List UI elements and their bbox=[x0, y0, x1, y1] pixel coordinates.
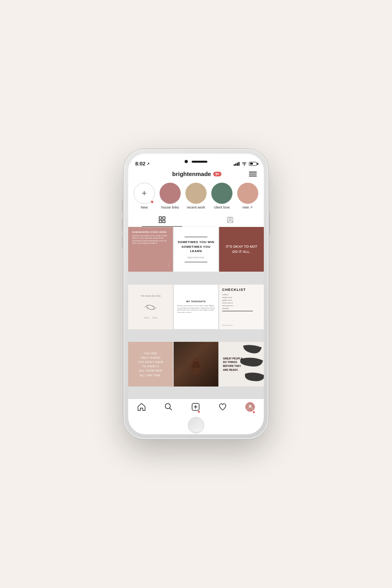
ig-header: brightenmade 9+ bbox=[128, 168, 264, 180]
svg-rect-3 bbox=[159, 220, 162, 223]
cell7-text: YOU AREONLY HUMANYOU DON'T HAVETO HAVE I… bbox=[138, 351, 163, 377]
photo-grid: SUBHEADING GOES HERE Dictumst amet preti… bbox=[128, 227, 264, 399]
notch-camera bbox=[185, 160, 188, 163]
grid-cell-6[interactable]: CHECKLIST schedule weekly review quality… bbox=[219, 285, 264, 329]
hamburger-menu-button[interactable] bbox=[249, 172, 257, 176]
grid-cell-3[interactable]: IT'S OKAY TO NOT DO IT ALL. bbox=[219, 227, 264, 272]
cell5-title: MY THOUGHTS bbox=[177, 300, 215, 303]
svg-point-11 bbox=[249, 405, 251, 407]
story-label-new: New bbox=[141, 205, 148, 209]
home-button[interactable] bbox=[188, 417, 204, 433]
cell9-text: GREAT PEOPLEDO THINGSBEFORE THEYARE READ… bbox=[223, 357, 243, 372]
story-label-new2: new ↗ bbox=[242, 205, 253, 209]
story-item-client-love[interactable]: client love bbox=[211, 183, 232, 209]
nav-add-button[interactable] bbox=[191, 403, 200, 411]
grid-cell-4[interactable]: THE HEADLINE HERE Subtitle Subtitle bbox=[128, 285, 173, 329]
svg-rect-1 bbox=[159, 217, 162, 219]
cell6-item-2: weekly review bbox=[222, 296, 261, 298]
phone-outer: 8:02 ↗ bbox=[123, 149, 269, 439]
grid-cell-9[interactable]: GREAT PEOPLEDO THINGSBEFORE THEYARE READ… bbox=[219, 342, 264, 387]
stories-row: + New house links recent work client lov… bbox=[128, 180, 264, 213]
cell2-brand: #BRANDNAME bbox=[187, 256, 205, 259]
story-label-house-links: house links bbox=[161, 205, 179, 209]
grid-cell-1[interactable]: SUBHEADING GOES HERE Dictumst amet preti… bbox=[128, 227, 173, 272]
cell6-item-4: choose and set bbox=[222, 302, 261, 304]
bottom-nav bbox=[128, 399, 264, 416]
username-text: brightenmade bbox=[172, 171, 211, 177]
cell5-text: Dictumst amet pretium urna in tempus mat… bbox=[177, 305, 215, 313]
cell4-subtitle-right: Subtitle bbox=[152, 317, 157, 319]
status-time: 8:02 ↗ bbox=[135, 161, 150, 167]
tab-grid[interactable] bbox=[128, 213, 196, 227]
phone-inner: 8:02 ↗ bbox=[128, 154, 264, 434]
cell6-title: CHECKLIST bbox=[222, 288, 261, 292]
ig-username-area: brightenmade 9+ bbox=[172, 171, 221, 177]
nav-heart-button[interactable] bbox=[218, 403, 227, 411]
grid-cell-7[interactable]: YOU AREONLY HUMANYOU DON'T HAVETO HAVE I… bbox=[128, 342, 173, 387]
grid-cell-8[interactable] bbox=[174, 342, 218, 387]
nav-home-button[interactable] bbox=[137, 403, 146, 411]
story-item-house-links[interactable]: house links bbox=[160, 183, 181, 209]
cell1-text: Dictumst amet pretium urna in tempus mat… bbox=[132, 235, 169, 245]
tab-bar bbox=[128, 213, 264, 227]
cell6-item-1: schedule bbox=[222, 294, 261, 296]
cell1-heading: SUBHEADING GOES HERE bbox=[132, 231, 169, 233]
cell4-headline: THE HEADLINE HERE bbox=[140, 295, 161, 297]
story-item-recent-work[interactable]: recent work bbox=[185, 183, 207, 209]
wifi-icon bbox=[241, 162, 247, 166]
notch-speaker bbox=[192, 161, 207, 163]
cell2-quote: SOMETIMES YOU WIN SOMETIMES YOU LEARN bbox=[177, 240, 215, 253]
cell6-brand: #brandname bbox=[222, 324, 261, 326]
story-dot bbox=[151, 200, 154, 203]
status-icons bbox=[234, 162, 257, 166]
add-dot bbox=[198, 411, 200, 413]
story-label-recent-work: recent work bbox=[187, 205, 205, 209]
tab-profile[interactable] bbox=[196, 213, 264, 227]
profile-dot bbox=[253, 411, 255, 413]
notification-badge: 9+ bbox=[213, 172, 221, 176]
nav-profile-button[interactable] bbox=[245, 402, 255, 412]
nav-search-button[interactable] bbox=[164, 403, 173, 411]
svg-rect-2 bbox=[163, 217, 165, 219]
cell3-text: IT'S OKAY TO NOT DO IT ALL. bbox=[224, 244, 259, 255]
battery-icon bbox=[249, 162, 257, 166]
story-item-new2[interactable]: new ↗ bbox=[237, 183, 258, 209]
svg-rect-4 bbox=[163, 220, 165, 223]
story-label-client-love: client love bbox=[214, 205, 230, 209]
svg-point-6 bbox=[229, 218, 231, 220]
grid-cell-5[interactable]: MY THOUGHTS Dictumst amet pretium urna i… bbox=[174, 285, 218, 329]
cell4-subtitle-left: Subtitle bbox=[144, 317, 149, 319]
phone-notch bbox=[172, 158, 220, 165]
grid-cell-2[interactable]: SOMETIMES YOU WIN SOMETIMES YOU LEARN #B… bbox=[174, 227, 218, 272]
location-arrow-icon: ↗ bbox=[147, 162, 150, 166]
cell6-item-3: quality control bbox=[222, 299, 261, 301]
plus-icon: + bbox=[142, 189, 147, 198]
story-item-new[interactable]: + New bbox=[134, 183, 155, 209]
cell6-item-5: and many more bbox=[222, 305, 261, 307]
svg-point-8 bbox=[193, 358, 199, 361]
signal-bars-icon bbox=[234, 162, 240, 166]
